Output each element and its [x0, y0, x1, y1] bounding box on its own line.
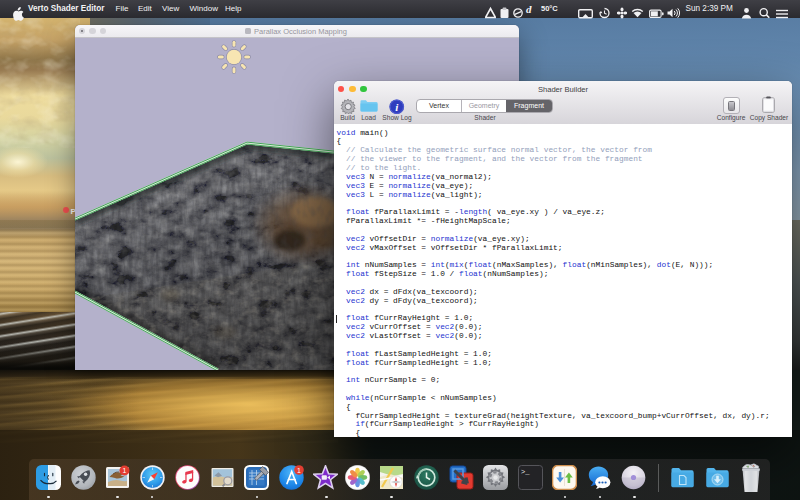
svg-text:1: 1 — [122, 467, 126, 474]
svg-text:>_: >_ — [521, 468, 530, 476]
svg-text:1: 1 — [297, 466, 301, 473]
